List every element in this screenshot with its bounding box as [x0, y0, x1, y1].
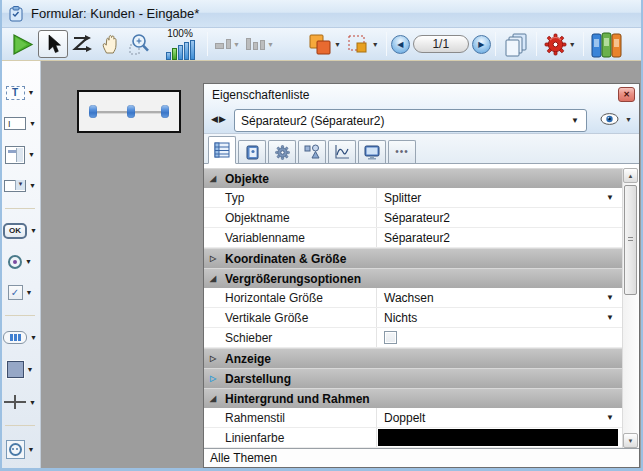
tab-shapes[interactable] [298, 140, 326, 163]
collapse-icon: ◢ [210, 274, 219, 283]
dropdown-caret-icon: ▼ [606, 193, 614, 202]
tab-display[interactable] [358, 140, 386, 163]
title-bar[interactable]: Formular: Kunden - Eingabe* [0, 0, 643, 28]
panel-tool-caret-icon[interactable]: ▼ [27, 366, 34, 373]
close-panel-button[interactable]: ✕ [618, 87, 635, 102]
radio-tool-icon [8, 255, 22, 269]
pan-tool-button[interactable] [97, 30, 125, 58]
horizontale-groesse-dropdown[interactable]: Wachsen ▼ [376, 288, 622, 307]
panel-tool-icon [7, 361, 24, 378]
button-tool-caret-icon[interactable]: ▼ [30, 227, 37, 234]
toolbar-tool-caret-icon[interactable]: ▼ [30, 334, 37, 341]
main-toolbar: 100% ▼ ▼ ▼ [0, 28, 643, 61]
library-button[interactable] [588, 30, 626, 58]
prev-page-button[interactable]: ◀ [391, 35, 410, 54]
visibility-caret-icon: ▼ [625, 116, 632, 123]
checkbox-tool-button[interactable]: ✓ ▼ [0, 283, 40, 303]
distribute-icon [246, 38, 265, 50]
selection-handle[interactable] [161, 105, 169, 118]
toolbar-tool-button[interactable]: ▼ [0, 328, 40, 348]
grid-scrollbar[interactable]: ▲ ▼ [622, 168, 638, 448]
select-tool-button[interactable] [38, 30, 68, 58]
zoom-level-indicator[interactable]: 100% [157, 29, 203, 60]
schieber-checkbox[interactable] [384, 331, 397, 344]
section-anzeige[interactable]: ▷ Anzeige [204, 348, 622, 368]
typ-dropdown[interactable]: Splitter ▼ [376, 188, 622, 207]
prev-object-icon[interactable]: ◀ [211, 114, 218, 124]
section-hintergrund[interactable]: ◢ Hintergrund und Rahmen [204, 388, 622, 408]
prev-arrow-icon: ◀ [397, 40, 403, 49]
page-indicator[interactable]: 1/1 [413, 35, 469, 53]
expand-icon: ▷ [210, 354, 219, 363]
edit-tool-caret-icon[interactable]: ▼ [29, 120, 36, 127]
cursor-arrow-icon [45, 34, 62, 54]
socket-tool-caret-icon[interactable]: ▼ [28, 446, 35, 453]
selection-handle[interactable] [89, 105, 97, 118]
section-darstellung[interactable]: ▷ Darstellung [204, 368, 622, 388]
list-tool-caret-icon[interactable]: ▼ [28, 151, 35, 158]
shapes-icon [304, 144, 320, 160]
tab-properties[interactable] [208, 136, 236, 164]
window-title: Formular: Kunden - Eingabe* [31, 6, 199, 21]
splitter-tool-button[interactable]: ▼ [0, 391, 40, 413]
list-tool-button[interactable]: ▼ [0, 145, 40, 165]
tab-more[interactable]: ••• [388, 140, 416, 163]
next-arrow-icon: ▶ [478, 40, 484, 49]
object-selector[interactable]: Séparateur2 (Séparateur2) ▼ [234, 109, 587, 132]
next-object-icon[interactable]: ▶ [219, 114, 226, 124]
arrange-front-button[interactable]: ▼ [305, 30, 344, 58]
eye-icon [600, 113, 619, 125]
book-icon [245, 145, 260, 160]
combobox-tool-icon [4, 180, 26, 192]
tab-settings[interactable] [268, 140, 296, 163]
section-vergroesserung[interactable]: ◢ Vergrößerungsoptionen [204, 268, 622, 288]
radio-tool-button[interactable]: ▼ [0, 252, 40, 272]
tab-order-icon [71, 34, 94, 55]
tab-data[interactable] [238, 140, 266, 163]
combobox-tool-caret-icon[interactable]: ▼ [29, 182, 36, 189]
arrange-front-icon [308, 33, 332, 55]
vertikale-groesse-dropdown[interactable]: Nichts ▼ [376, 308, 622, 327]
label-tool-caret-icon[interactable]: ▼ [28, 89, 35, 96]
rahmenstil-dropdown[interactable]: Doppelt ▼ [376, 408, 622, 427]
form-icon [8, 6, 24, 22]
distribute-tool-button[interactable]: ▼ [243, 30, 277, 58]
linienfarbe-color-swatch[interactable] [378, 429, 618, 446]
property-row-vertikale-groesse: Vertikale Größe Nichts ▼ [204, 308, 622, 328]
scroll-down-button[interactable]: ▼ [623, 433, 638, 448]
monitor-icon [364, 145, 380, 160]
scrollbar-thumb[interactable] [624, 185, 637, 295]
zoom-tool-button[interactable] [125, 30, 155, 58]
radio-tool-caret-icon[interactable]: ▼ [25, 258, 32, 265]
objektname-field[interactable]: Séparateur2 [376, 208, 622, 227]
page-stack-button[interactable] [500, 30, 532, 58]
form-page[interactable] [77, 90, 181, 133]
scroll-up-button[interactable]: ▲ [623, 168, 638, 183]
run-preview-button[interactable] [7, 30, 38, 58]
align-tool-button[interactable]: ▼ [212, 30, 243, 58]
dropdown-caret-icon: ▼ [606, 413, 614, 422]
selection-handle[interactable] [127, 105, 135, 118]
palette-separator [5, 315, 35, 316]
edit-tool-button[interactable]: I ▼ [0, 114, 40, 134]
selection-mode-button[interactable]: ▼ [344, 30, 382, 58]
checkbox-tool-caret-icon[interactable]: ▼ [26, 289, 33, 296]
label-tool-button[interactable]: T ▼ [0, 83, 40, 103]
variablenname-field[interactable]: Séparateur2 [376, 228, 622, 247]
socket-tool-button[interactable]: ▼ [0, 438, 40, 460]
panel-status-bar: Alle Themen [204, 448, 639, 467]
button-tool-button[interactable]: OK ▼ [0, 221, 40, 241]
panel-tool-button[interactable]: ▼ [0, 359, 40, 381]
combobox-tool-button[interactable]: ▼ [0, 176, 40, 196]
tab-chart[interactable] [328, 140, 356, 163]
section-koordinaten[interactable]: ▷ Koordinaten & Größe [204, 248, 622, 268]
settings-button[interactable]: ▼ [541, 30, 579, 58]
next-page-button[interactable]: ▶ [472, 35, 491, 54]
panel-title: Eigenschaftenliste [212, 88, 309, 102]
visibility-control[interactable]: ▼ [600, 113, 632, 125]
section-objekte[interactable]: ◢ Objekte [204, 168, 622, 188]
splitter-tool-caret-icon[interactable]: ▼ [29, 399, 36, 406]
tab-order-tool-button[interactable] [68, 30, 97, 58]
magnifier-icon [128, 32, 152, 56]
collapse-icon: ◢ [210, 174, 219, 183]
